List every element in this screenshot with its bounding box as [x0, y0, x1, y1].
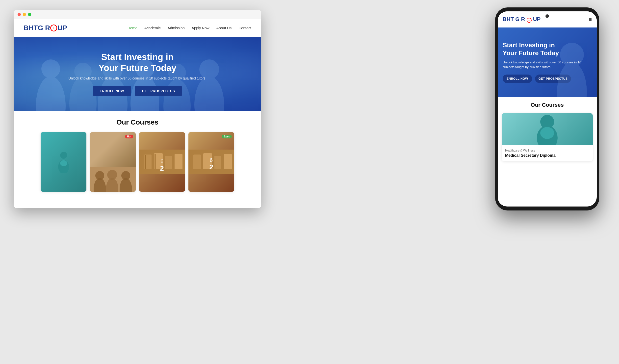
svg-point-42	[540, 127, 554, 139]
svg-rect-32	[193, 155, 201, 169]
mobile-phone-wrapper: BHT G R + UP ≡ Start Investing inYour Fu…	[495, 7, 599, 210]
svg-text:6: 6	[160, 158, 163, 164]
mobile-course-card-1-category: Healthcare & Wellness	[505, 149, 589, 152]
nav-link-admission[interactable]: Admission	[168, 26, 185, 30]
mobile-courses-title: Our Courses	[502, 102, 593, 108]
desktop-courses-grid: Healthcare & Wellness Medical Secretary …	[19, 132, 256, 192]
desktop-enroll-button[interactable]: ENROLL NOW	[93, 86, 131, 96]
group-photo-silhouette	[90, 167, 136, 192]
svg-point-12	[60, 152, 67, 159]
books-silhouette: 2 6	[139, 150, 185, 174]
mobile-course-card-1-image	[502, 113, 593, 145]
logo-circle-icon: +	[50, 25, 57, 31]
svg-rect-27	[165, 156, 172, 169]
svg-point-1	[41, 59, 60, 78]
nav-link-academic[interactable]: Academic	[144, 26, 161, 30]
svg-point-39	[560, 43, 584, 67]
course-card-1-image	[41, 132, 86, 192]
logo-gr-text: G R	[38, 24, 50, 32]
course-card-2-image	[90, 132, 136, 192]
desktop-logo: BHT G R + UP	[24, 24, 67, 32]
nav-link-home[interactable]: Home	[128, 26, 137, 30]
logo-oup-text: UP	[57, 24, 67, 32]
mobile-logo-oup: UP	[533, 16, 541, 22]
mobile-navbar: BHT G R + UP ≡	[498, 11, 597, 27]
nav-link-contact[interactable]: Contact	[238, 26, 251, 30]
mobile-logo-gr: G R	[515, 16, 525, 22]
svg-rect-28	[175, 154, 182, 169]
svg-rect-26	[155, 154, 156, 169]
desktop-prospectus-button[interactable]: GET PROSPECTUS	[135, 86, 182, 96]
nav-item-contact[interactable]: Contact	[238, 26, 251, 30]
nav-item-apply[interactable]: Apply Now	[192, 26, 209, 30]
nav-item-academic[interactable]: Academic	[144, 26, 161, 30]
svg-point-21	[121, 171, 130, 180]
nav-link-apply[interactable]: Apply Now	[192, 26, 209, 30]
nav-item-home[interactable]: Home	[128, 26, 137, 30]
desktop-courses-title: Our Courses	[19, 118, 256, 126]
course-card-3[interactable]: 2 6 Healthcare & Wellness Pharmacy Assis…	[139, 132, 185, 192]
svg-point-19	[107, 170, 117, 180]
course-card-2-hot-badge: Hot	[125, 135, 133, 138]
svg-point-0	[36, 76, 66, 111]
svg-point-17	[95, 171, 104, 180]
desktop-nav-links: Home Academic Admission Apply Now About …	[128, 26, 251, 30]
mobile-logo: BHT G R + UP	[503, 16, 541, 23]
desktop-hero-content: Start Investing inYour Future Today Unlo…	[68, 52, 206, 96]
svg-text:2: 2	[209, 163, 213, 171]
mobile-enroll-button[interactable]: ENROLL NOW	[503, 75, 532, 83]
mobile-course-card-1-body: Healthcare & Wellness Medical Secretary …	[502, 145, 593, 161]
mac-close-dot[interactable]	[18, 13, 21, 16]
mobile-logo-circle-icon: +	[527, 18, 532, 23]
desktop-hero-section: Start Investing inYour Future Today Unlo…	[14, 37, 261, 111]
nav-link-about[interactable]: About Us	[216, 26, 232, 30]
desktop-hero-buttons: ENROLL NOW GET PROSPECTUS	[68, 86, 206, 96]
desktop-navbar: BHT G R + UP Home Academic Admission App…	[14, 19, 261, 37]
mobile-logo-beh: BHT	[503, 16, 514, 22]
course-card-4-image: 2 6	[188, 132, 234, 192]
hamburger-menu-button[interactable]: ≡	[589, 16, 592, 23]
mobile-courses-section: Our Courses Healthcare & Wellness Medica…	[498, 97, 597, 166]
nav-item-about[interactable]: About Us	[216, 26, 232, 30]
desktop-hero-subtitle: Unlock knowledge and skills with over 50…	[68, 76, 206, 80]
mac-maximize-dot[interactable]	[28, 13, 31, 16]
svg-text:6: 6	[210, 157, 213, 163]
desktop-courses-section: Our Courses Healthcare & Wellness Medica…	[14, 111, 261, 199]
svg-rect-24	[145, 155, 146, 169]
desktop-browser-window: BHT G R + UP Home Academic Admission App…	[14, 10, 261, 208]
desktop-hero-title: Start Investing inYour Future Today	[68, 52, 206, 73]
mobile-phone-outer: BHT G R + UP ≡ Start Investing inYour Fu…	[495, 7, 599, 210]
mobile-course-card-1[interactable]: Healthcare & Wellness Medical Secretary …	[502, 113, 593, 161]
mobile-course-card-1-name: Medical Secretary Diploma	[505, 153, 589, 158]
mac-titlebar	[14, 10, 261, 19]
svg-rect-35	[224, 154, 232, 169]
course-card-1[interactable]: Healthcare & Wellness Medical Secretary …	[41, 132, 86, 192]
mobile-phone-inner: BHT G R + UP ≡ Start Investing inYour Fu…	[498, 11, 597, 207]
person-silhouette-icon	[56, 151, 71, 173]
mobile-hero-section: Start Investing inYour Future Today Unlo…	[498, 27, 597, 97]
course-card-2[interactable]: Hot Healthcare & Wellness Nutrition and …	[90, 132, 136, 192]
course-card-3-image: 2 6	[139, 132, 185, 192]
svg-point-38	[557, 62, 587, 97]
mac-minimize-dot[interactable]	[23, 13, 26, 16]
course-card-4-special-badge: Spec	[222, 135, 232, 138]
desktop-site-content: BHT G R + UP Home Academic Admission App…	[14, 19, 261, 208]
phone-camera	[545, 14, 549, 18]
course-card-4[interactable]: 2 6 Spec Healthcare & Wellness Medical R…	[188, 132, 234, 192]
logo-beh-text: BHT	[24, 24, 38, 32]
svg-rect-34	[214, 156, 221, 169]
mobile-hero-silhouette	[547, 27, 597, 97]
nav-item-admission[interactable]: Admission	[168, 26, 185, 30]
books-silhouette-2: 2 6	[188, 150, 234, 174]
svg-text:2: 2	[160, 164, 164, 172]
mobile-person-silhouette-icon	[532, 113, 562, 145]
svg-point-14	[60, 160, 67, 166]
